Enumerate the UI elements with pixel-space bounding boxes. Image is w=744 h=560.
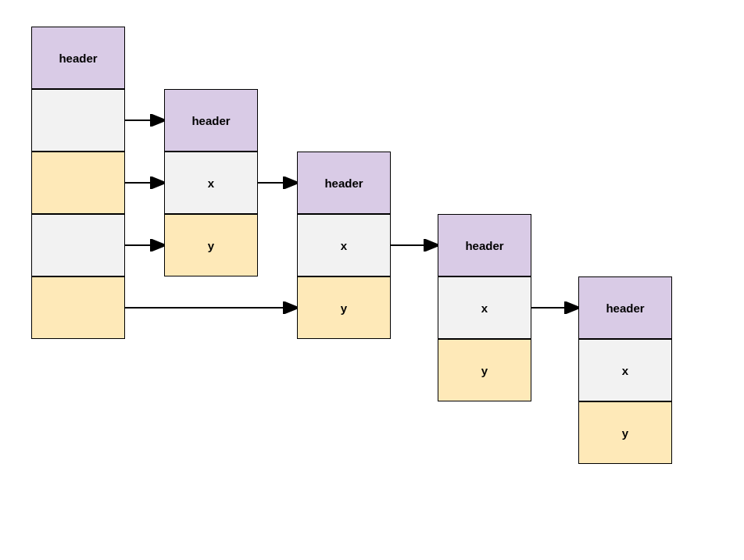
block-1-cell-0: header xyxy=(164,89,258,152)
block-0-cell-4 xyxy=(31,276,125,339)
block-1-cell-1: x xyxy=(164,152,258,214)
block-1-cell-2: y xyxy=(164,214,258,276)
block-0-cell-1 xyxy=(31,89,125,152)
block-4-cell-2: y xyxy=(578,401,672,464)
block-3-cell-2: y xyxy=(438,339,531,401)
block-2-cell-1: x xyxy=(297,214,391,276)
block-4-cell-1: x xyxy=(578,339,672,401)
block-2-cell-0: header xyxy=(297,152,391,214)
block-3-cell-1: x xyxy=(438,276,531,339)
block-0-cell-0: header xyxy=(31,27,125,89)
block-4-cell-0: header xyxy=(578,276,672,339)
block-3-cell-0: header xyxy=(438,214,531,276)
block-0-cell-3 xyxy=(31,214,125,276)
block-0-cell-2 xyxy=(31,152,125,214)
block-2-cell-2: y xyxy=(297,276,391,339)
